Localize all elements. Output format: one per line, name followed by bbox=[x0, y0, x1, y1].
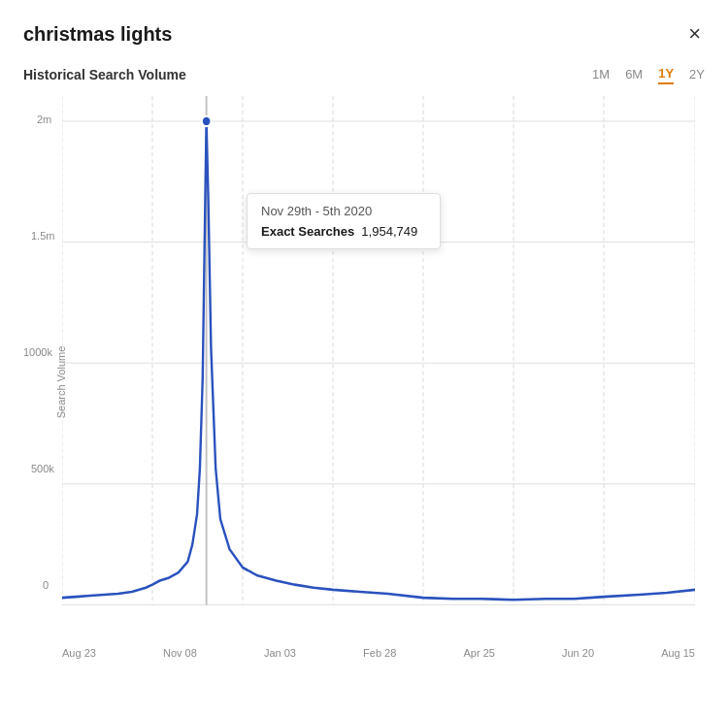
modal-container: christmas lights × Historical Search Vol… bbox=[0, 0, 728, 715]
tooltip-date: Nov 29th - 5th 2020 bbox=[261, 204, 426, 218]
y-tick-1-5m: 1.5m bbox=[31, 230, 54, 242]
x-label-feb28: Feb 28 bbox=[363, 647, 396, 659]
x-label-jan03: Jan 03 bbox=[264, 647, 296, 659]
time-filter-1y[interactable]: 1Y bbox=[658, 64, 674, 84]
time-filter-2y[interactable]: 2Y bbox=[689, 64, 705, 84]
x-label-jun20: Jun 20 bbox=[562, 647, 594, 659]
section-label: Historical Search Volume bbox=[23, 67, 186, 82]
x-label-apr25: Apr 25 bbox=[463, 647, 494, 659]
modal-title: christmas lights bbox=[23, 23, 172, 46]
time-filter-1m[interactable]: 1M bbox=[592, 64, 610, 84]
time-filter-6m[interactable]: 6M bbox=[625, 64, 643, 84]
x-label-nov08: Nov 08 bbox=[163, 647, 197, 659]
tooltip-value: Exact Searches 1,954,749 bbox=[261, 224, 426, 239]
x-label-aug15: Aug 15 bbox=[661, 647, 695, 659]
y-tick-1000k: 1000k bbox=[23, 346, 52, 358]
chart-svg bbox=[62, 96, 695, 620]
y-tick-500k: 500k bbox=[31, 463, 54, 474]
time-filter-group: 1M 6M 1Y 2Y bbox=[592, 64, 705, 84]
svg-point-14 bbox=[202, 116, 212, 126]
tooltip-label: Exact Searches bbox=[261, 224, 354, 239]
x-axis-labels: Aug 23 Nov 08 Jan 03 Feb 28 Apr 25 Jun 2… bbox=[62, 647, 695, 659]
close-button[interactable]: × bbox=[684, 19, 705, 49]
x-label-aug23: Aug 23 bbox=[62, 647, 96, 659]
y-tick-0: 0 bbox=[43, 579, 49, 591]
sub-header: Historical Search Volume 1M 6M 1Y 2Y bbox=[23, 64, 705, 84]
chart-container: Search Volume 2m 1.5m 1000k 500k 0 bbox=[23, 96, 705, 668]
modal-header: christmas lights × bbox=[23, 19, 705, 49]
tooltip-number: 1,954,749 bbox=[361, 224, 417, 239]
y-tick-2m: 2m bbox=[37, 114, 51, 125]
tooltip: Nov 29th - 5th 2020 Exact Searches 1,954… bbox=[247, 193, 441, 249]
